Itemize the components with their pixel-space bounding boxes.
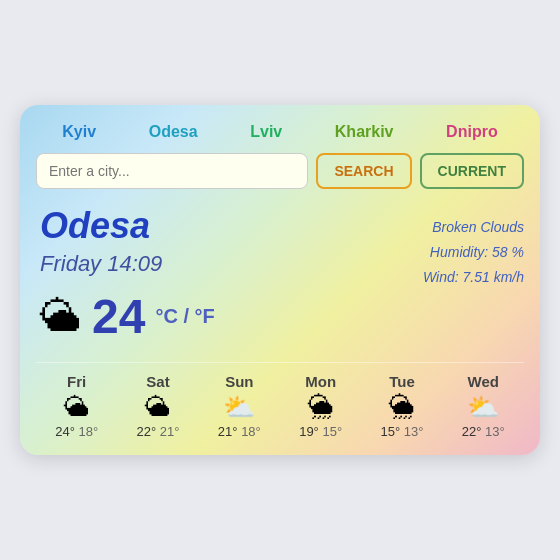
right-section: Broken Clouds Humidity: 58 % Wind: 7.51 … xyxy=(423,215,524,291)
day-tue-label: Tue xyxy=(389,373,415,390)
day-mon-label: Mon xyxy=(305,373,336,390)
tab-lviv[interactable]: Lviv xyxy=(244,121,288,143)
forecast-sat-temps: 22° 21° xyxy=(137,424,180,439)
forecast-mon-temps: 19° 15° xyxy=(299,424,342,439)
tab-kyiv[interactable]: Kyiv xyxy=(56,121,102,143)
forecast-sun-temps: 21° 18° xyxy=(218,424,261,439)
forecast-wed-temps: 22° 13° xyxy=(462,424,505,439)
temperature-value: 24 xyxy=(92,289,145,344)
forecast-wed: Wed ⛅ 22° 13° xyxy=(462,373,505,439)
temp-row: 🌥 24 °C / °F xyxy=(40,289,423,344)
forecast-sat-icon: 🌥 xyxy=(145,394,171,420)
forecast-fri: Fri 🌥 24° 18° xyxy=(55,373,98,439)
left-section: Odesa Friday 14:09 🌥 24 °C / °F xyxy=(40,205,423,344)
condition-text: Broken Clouds xyxy=(423,215,524,240)
tab-kharkiv[interactable]: Kharkiv xyxy=(329,121,400,143)
forecast-mon-icon: 🌦 xyxy=(308,394,334,420)
forecast-row: Fri 🌥 24° 18° Sat 🌥 22° 21° Sun ⛅ 21° 18… xyxy=(36,362,524,439)
datetime: Friday 14:09 xyxy=(40,251,423,277)
city-name: Odesa xyxy=(40,205,423,247)
search-button[interactable]: SEARCH xyxy=(316,153,411,189)
forecast-mon: Mon 🌦 19° 15° xyxy=(299,373,342,439)
forecast-wed-icon: ⛅ xyxy=(467,394,499,420)
forecast-fri-icon: 🌥 xyxy=(64,394,90,420)
forecast-sun: Sun ⛅ 21° 18° xyxy=(218,373,261,439)
weather-icon-main: 🌥 xyxy=(40,293,82,341)
day-wed-label: Wed xyxy=(468,373,499,390)
weather-widget: Kyiv Odesa Lviv Kharkiv Dnipro SEARCH CU… xyxy=(20,105,540,455)
city-tabs: Kyiv Odesa Lviv Kharkiv Dnipro xyxy=(36,121,524,143)
current-location-button[interactable]: CURRENT xyxy=(420,153,524,189)
main-weather: Odesa Friday 14:09 🌥 24 °C / °F Broken C… xyxy=(36,201,524,352)
day-fri-label: Fri xyxy=(67,373,86,390)
day-sun-label: Sun xyxy=(225,373,253,390)
tab-odesa[interactable]: Odesa xyxy=(143,121,204,143)
temperature-unit: °C / °F xyxy=(155,305,214,328)
day-sat-label: Sat xyxy=(146,373,169,390)
search-bar: SEARCH CURRENT xyxy=(36,153,524,189)
wind-text: Wind: 7.51 km/h xyxy=(423,265,524,290)
tab-dnipro[interactable]: Dnipro xyxy=(440,121,504,143)
forecast-sat: Sat 🌥 22° 21° xyxy=(137,373,180,439)
search-input[interactable] xyxy=(36,153,308,189)
forecast-tue: Tue 🌦 15° 13° xyxy=(380,373,423,439)
forecast-sun-icon: ⛅ xyxy=(223,394,255,420)
forecast-fri-temps: 24° 18° xyxy=(55,424,98,439)
humidity-text: Humidity: 58 % xyxy=(423,240,524,265)
forecast-tue-temps: 15° 13° xyxy=(380,424,423,439)
forecast-tue-icon: 🌦 xyxy=(389,394,415,420)
